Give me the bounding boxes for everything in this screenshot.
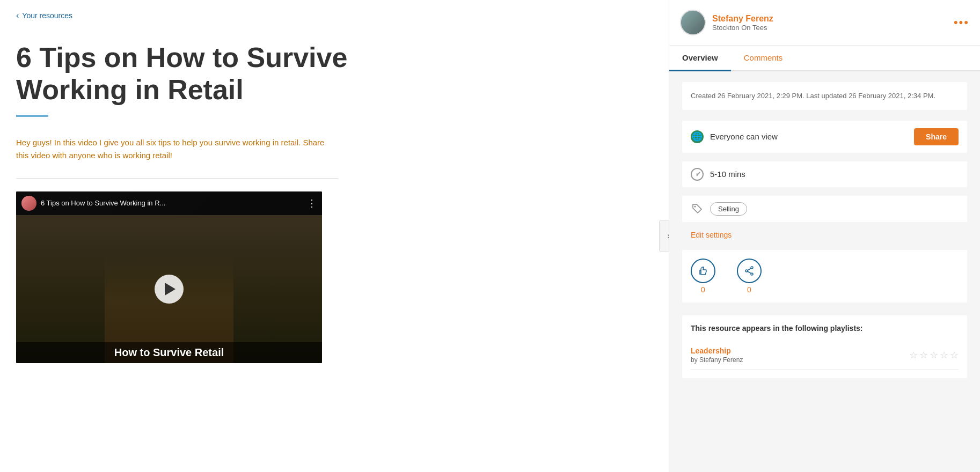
chevron-right-icon: › xyxy=(667,231,669,241)
video-thumbnail: 6 Tips on How to Survive Working in R...… xyxy=(16,191,322,363)
svg-line-5 xyxy=(748,271,751,274)
share-button[interactable]: Share xyxy=(914,128,959,145)
edit-settings-link[interactable]: Edit settings xyxy=(682,231,967,239)
profile-details: Stefany Ferenz Stockton On Tees xyxy=(712,14,773,32)
playlist-name[interactable]: Leadership xyxy=(691,346,743,355)
left-panel: ‹ Your resources 6 Tips on How to Surviv… xyxy=(0,0,669,472)
video-title-bar: 6 Tips on How to Survive Working in R... xyxy=(41,199,303,207)
video-avatar xyxy=(21,196,36,211)
visibility-row: 🌐 Everyone can view Share xyxy=(682,121,967,153)
back-label: Your resources xyxy=(22,11,72,20)
more-menu-icon[interactable]: ••• xyxy=(954,16,969,30)
meta-info: Created 26 February 2021, 2:29 PM. Last … xyxy=(682,82,967,110)
like-button[interactable] xyxy=(691,259,715,283)
video-header: 6 Tips on How to Survive Working in R...… xyxy=(16,191,322,215)
share-action: 0 xyxy=(737,259,762,294)
avatar-image xyxy=(681,11,705,34)
profile-header: Stefany Ferenz Stockton On Tees ••• xyxy=(669,0,980,46)
star-rating[interactable]: ☆ ☆ ☆ ☆ ☆ xyxy=(909,349,959,361)
like-action: 0 xyxy=(691,259,715,294)
playlist-by: by Stefany Ferenz xyxy=(691,356,743,364)
playlist-item: Leadership by Stefany Ferenz ☆ ☆ ☆ ☆ ☆ xyxy=(691,341,959,370)
video-bottom-text: How to Survive Retail xyxy=(16,342,322,363)
created-text: Created 26 February 2021, 2:29 PM. Last … xyxy=(691,92,935,100)
tab-comments[interactable]: Comments xyxy=(731,46,796,71)
video-body: How to Survive Retail xyxy=(16,215,322,363)
overview-content: Created 26 February 2021, 2:29 PM. Last … xyxy=(669,71,980,389)
share-circle-button[interactable] xyxy=(737,259,762,283)
duration-text: 5-10 mins xyxy=(710,169,745,179)
clock-icon xyxy=(691,168,704,181)
profile-name[interactable]: Stefany Ferenz xyxy=(712,14,773,24)
tag-icon xyxy=(691,202,704,215)
svg-point-1 xyxy=(751,267,753,269)
playlists-section: This resource appears in the following p… xyxy=(682,315,967,378)
svg-point-2 xyxy=(751,273,753,275)
playlists-heading: This resource appears in the following p… xyxy=(691,324,959,333)
title-underline xyxy=(16,115,48,117)
star-5[interactable]: ☆ xyxy=(950,349,959,361)
share-count: 0 xyxy=(747,285,751,294)
avatar xyxy=(680,10,706,35)
profile-info: Stefany Ferenz Stockton On Tees xyxy=(680,10,773,35)
resource-description: Hey guys! In this video I give you all s… xyxy=(16,136,327,162)
back-link[interactable]: ‹ Your resources xyxy=(16,11,647,20)
resource-title: 6 Tips on How to Survive Working in Reta… xyxy=(16,42,349,106)
tag-badge[interactable]: Selling xyxy=(710,202,747,216)
tab-overview[interactable]: Overview xyxy=(669,46,731,71)
svg-point-3 xyxy=(745,270,748,272)
video-player[interactable]: 6 Tips on How to Survive Working in R...… xyxy=(16,191,322,363)
tabs-bar: Overview Comments xyxy=(669,46,980,71)
chevron-left-icon: ‹ xyxy=(16,11,19,20)
content-divider xyxy=(16,178,338,179)
star-2[interactable]: ☆ xyxy=(919,349,928,361)
play-button[interactable] xyxy=(155,275,184,304)
svg-line-4 xyxy=(748,268,751,270)
star-3[interactable]: ☆ xyxy=(930,349,938,361)
profile-location: Stockton On Tees xyxy=(712,24,773,32)
tags-row: Selling xyxy=(682,196,967,222)
playlist-details: Leadership by Stefany Ferenz xyxy=(691,346,743,364)
visibility-text: Everyone can view xyxy=(710,132,908,141)
star-1[interactable]: ☆ xyxy=(909,349,918,361)
collapse-toggle[interactable]: › xyxy=(659,220,669,252)
like-count: 0 xyxy=(701,285,705,294)
globe-icon: 🌐 xyxy=(691,130,704,143)
duration-row: 5-10 mins xyxy=(682,161,967,187)
right-panel: Stefany Ferenz Stockton On Tees ••• Over… xyxy=(669,0,980,472)
actions-row: 0 0 xyxy=(682,250,967,303)
star-4[interactable]: ☆ xyxy=(940,349,948,361)
video-menu-icon[interactable]: ⋮ xyxy=(307,197,317,209)
svg-point-0 xyxy=(694,206,696,208)
